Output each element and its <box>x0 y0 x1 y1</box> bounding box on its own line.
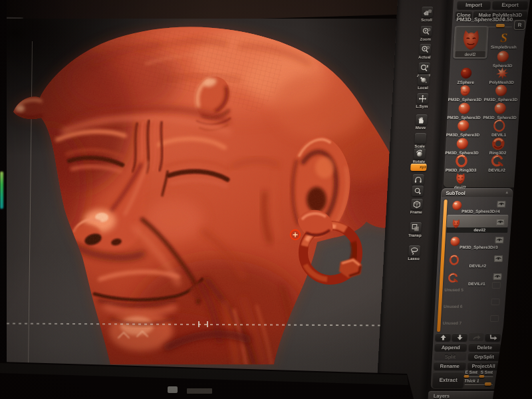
tool-grid-pm3d-sphere3d[interactable]: PM3D_Sphere3D <box>482 84 520 102</box>
tool-grid-devil1[interactable]: DEVIL1 <box>480 119 518 137</box>
tool-grid-zsphere[interactable]: ZSphere <box>447 66 485 84</box>
right-shelf-11[interactable] <box>406 186 429 197</box>
right-shelf-scroll[interactable]: Scroll <box>415 7 438 22</box>
tool-grid-pm3d-sphere3d[interactable]: PM3D_Sphere3D <box>445 102 483 120</box>
right-shelf-10[interactable] <box>406 174 430 186</box>
subtool-reorder-buttons-arrow-down[interactable] <box>452 333 467 341</box>
layers-palette-header[interactable]: Layers <box>428 391 521 399</box>
e-smt-slider-label: E Smt <box>464 370 479 374</box>
subtool-reorder-buttons-arrow-extract[interactable] <box>485 333 501 341</box>
restore-config-button[interactable]: R <box>514 20 526 30</box>
visibility-eye-placeholder <box>490 315 499 322</box>
right-shelf-transp[interactable]: Transp <box>404 222 427 237</box>
subtool-unused-slots-unused-7[interactable]: Unused 7 <box>440 315 501 331</box>
tool-slider-handle[interactable] <box>496 24 505 27</box>
tool-grid-devil-2[interactable]: DEVIL#2 <box>478 154 516 172</box>
export-button[interactable]: Export <box>492 1 528 9</box>
collapse-chevron-icon: ▲ <box>505 190 509 194</box>
current-tool-value: 0.50 <box>502 17 513 23</box>
s-smt-slider-label: S Smt <box>479 370 494 374</box>
rename-button[interactable]: Rename <box>434 362 466 370</box>
tool-grid-simplebrush[interactable]: SimpleBrush <box>485 31 523 49</box>
right-shelf-rotate[interactable]: Rotate <box>408 148 431 164</box>
import-button[interactable]: Import <box>457 1 491 9</box>
grpsplit-button[interactable]: GrpSplit <box>468 352 501 360</box>
current-tool-label: devil2 <box>455 51 485 57</box>
visibility-eye-icon[interactable] <box>497 198 506 210</box>
tool-grid-ring3d2[interactable]: Ring3D2 <box>479 137 517 155</box>
current-tool-name: PM3D_Sphere3D#4 <box>456 17 505 23</box>
e-smt-slider-handle[interactable] <box>464 375 469 378</box>
current-tool-thumbnail[interactable]: devil2 <box>453 26 489 59</box>
projectall-button[interactable]: ProjectAll <box>467 362 500 370</box>
append-button[interactable]: Append <box>434 343 467 351</box>
subtool-list-pm3d-sphere3d-4[interactable]: PM3D_Sphere3D#4 <box>449 197 508 214</box>
right-shelf-actual[interactable]: Actual <box>413 44 436 59</box>
extract-button[interactable]: Extract <box>433 372 464 388</box>
right-tray: Scroll Zoom Actual AAHalf Local <box>0 0 532 399</box>
subtool-unused-slots-unused-5[interactable]: Unused 5 <box>442 281 503 298</box>
visibility-eye-icon[interactable] <box>494 253 503 265</box>
subtool-reorder-buttons-arrow-up[interactable] <box>435 333 451 341</box>
subtool-header[interactable]: SubTool▲ <box>442 188 513 197</box>
tool-grid-sphere3d[interactable]: Sphere3D <box>483 50 521 68</box>
right-shelf-zoom[interactable]: Zoom <box>414 26 438 41</box>
tool-grid-devil2[interactable]: devil2 <box>442 172 479 190</box>
tool-grid-pm3d-sphere3d[interactable]: PM3D_Sphere3D <box>481 102 519 120</box>
right-shelf-l-sym[interactable]: L.Sym <box>410 93 434 108</box>
subtool-unused-slots-unused-6[interactable]: Unused 6 <box>440 298 502 315</box>
split-button[interactable]: Split <box>434 352 467 360</box>
visibility-eye-placeholder <box>492 282 501 289</box>
right-shelf-move[interactable]: Move <box>409 114 432 130</box>
thick-slider-handle[interactable] <box>485 382 491 386</box>
tool-grid-pm3d-sphere3d[interactable]: PM3D_Sphere3D <box>446 84 484 102</box>
subtool-list-pm3d-sphere3d-3[interactable]: PM3D_Sphere3D#3 <box>447 233 506 250</box>
right-shelf-xyz[interactable]: xyz xyz <box>407 164 430 171</box>
subtool-list-devil-2[interactable]: DEVIL#2 <box>446 251 505 269</box>
right-shelf-local[interactable]: Local <box>412 74 435 90</box>
right-shelf-frame[interactable]: Frame <box>405 199 428 214</box>
right-shelf-scale[interactable]: Scale <box>408 133 432 148</box>
delete-button[interactable]: Delete <box>468 343 501 351</box>
right-shelf-lasso[interactable]: Lasso <box>402 245 426 261</box>
tool-grid-pm3d-ring3d3[interactable]: PM3D_Ring3D3 <box>442 154 480 172</box>
tool-grid-pm3d-sphere3d[interactable]: PM3D_Sphere3D <box>444 119 482 137</box>
tool-grid-pm3d-sphere3d[interactable]: PM3D_Sphere3D <box>443 137 481 155</box>
tool-grid-polymesh3d[interactable]: PolyMesh3D <box>483 66 521 84</box>
visibility-eye-placeholder <box>491 299 500 305</box>
thick-slider-label: Thick 1 <box>464 378 480 383</box>
visibility-eye-icon[interactable] <box>495 234 504 246</box>
s-smt-slider-handle[interactable] <box>479 375 484 378</box>
visibility-eye-icon[interactable] <box>495 216 505 228</box>
subtool-list-devil2[interactable]: devil2 <box>448 215 507 232</box>
subtool-reorder-buttons-arrow-insert[interactable] <box>468 333 484 341</box>
photographed-screen: 753,694 <box>0 0 532 399</box>
